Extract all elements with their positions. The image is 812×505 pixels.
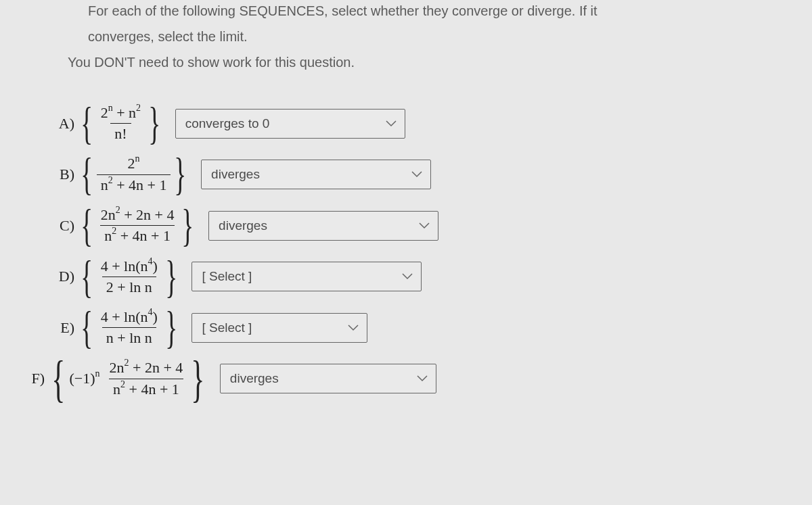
right-brace-icon: } [191,361,205,397]
select-a-value: converges to 0 [185,116,270,130]
left-brace-icon: { [81,158,93,191]
select-f-value: diverges [230,371,279,385]
sequence-b: { 2n n2 + 4n + 1 } [80,153,187,195]
left-brace-icon: { [81,261,93,293]
sequence-e: { 4 + ln(n4) n + ln n } [80,307,178,348]
label-b: B) [43,166,74,183]
left-brace-icon: { [81,210,93,242]
fraction-b: 2n n2 + 4n + 1 [97,153,171,195]
fraction-c: 2n2 + 2n + 4 n2 + 4n + 1 [97,205,179,247]
chevron-down-icon [348,324,359,331]
chevron-down-icon [386,120,397,127]
label-f: F) [24,370,45,387]
chevron-down-icon [417,375,428,382]
select-b-value: diverges [211,167,260,181]
label-c: C) [50,217,74,235]
sequence-a: { 2n + n2 n! } [80,103,162,144]
right-brace-icon: } [165,261,177,293]
problems-list: A) { 2n + n2 n! } converges to 0 B) { 2n… [55,103,792,400]
fraction-a: 2n + n2 n! [97,103,145,144]
select-d-value: [ Select ] [202,269,252,283]
label-a: A) [55,115,74,133]
problem-row-b: B) { 2n n2 + 4n + 1 } diverges [55,153,792,195]
select-f[interactable]: diverges [220,364,436,393]
sequence-f: { (−1)n 2n2 + 2n + 4 n2 + 4n + 1 } [50,358,206,400]
problem-row-d: D) { 4 + ln(n4) 2 + ln n } [ Select ] [55,256,792,297]
select-d[interactable]: [ Select ] [191,262,422,291]
problem-row-a: A) { 2n + n2 n! } converges to 0 [55,103,792,144]
label-e: E) [45,319,74,337]
sequence-d: { 4 + ln(n4) 2 + ln n } [80,256,178,297]
chevron-down-icon [402,273,413,280]
chevron-down-icon [419,222,430,229]
instruction-line-1: For each of the following SEQUENCES, sel… [88,0,792,22]
label-d: D) [50,268,74,285]
fraction-d: 4 + ln(n4) 2 + ln n [97,256,162,297]
problem-row-e: E) { 4 + ln(n4) n + ln n } [ Select ] [55,307,792,348]
select-b[interactable]: diverges [201,160,431,189]
select-c[interactable]: diverges [208,211,438,241]
left-brace-icon: { [81,107,93,140]
left-brace-icon: { [51,361,65,397]
neg1-prefix: (−1)n [66,370,102,387]
right-brace-icon: } [175,158,187,191]
sequence-c: { 2n2 + 2n + 4 n2 + 4n + 1 } [80,205,195,247]
fraction-e: 4 + ln(n4) n + ln n [97,307,162,348]
instructions: For each of the following SEQUENCES, sel… [88,0,792,73]
instruction-line-3: You DON'T need to show work for this que… [68,51,792,73]
select-e-value: [ Select ] [202,320,252,335]
select-e[interactable]: [ Select ] [191,313,367,343]
select-c-value: diverges [219,218,267,233]
fraction-f: 2n2 + 2n + 4 n2 + 4n + 1 [106,358,187,400]
chevron-down-icon [411,171,422,178]
problem-row-c: C) { 2n2 + 2n + 4 n2 + 4n + 1 } diverges [55,205,792,247]
left-brace-icon: { [81,312,93,344]
instruction-line-2: converges, select the limit. [88,26,792,47]
right-brace-icon: } [165,312,177,344]
select-a[interactable]: converges to 0 [175,109,405,139]
right-brace-icon: } [148,107,160,140]
right-brace-icon: } [182,210,194,242]
problem-row-f: F) { (−1)n 2n2 + 2n + 4 n2 + 4n + 1 } di… [55,358,792,400]
